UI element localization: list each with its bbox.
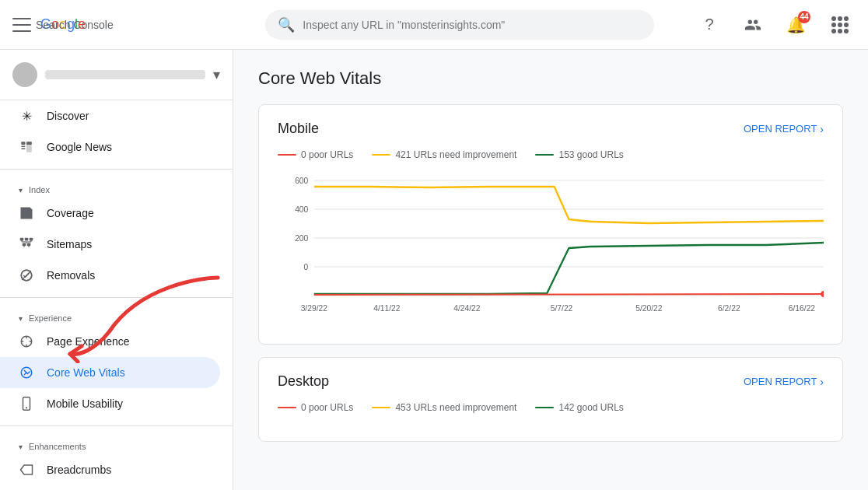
chevron-right-icon: › bbox=[820, 123, 824, 135]
account-settings-icon bbox=[744, 16, 761, 33]
mobile-chart-svg: 600 400 200 0 3/29/22 4/11/22 4/24/22 bbox=[278, 173, 824, 328]
desktop-legend-good: 142 good URLs bbox=[535, 402, 623, 413]
app-layout: ▾ ✳ Discover Google News Index Coverage bbox=[0, 0, 868, 490]
header-right: ? 🔔 44 bbox=[694, 9, 856, 40]
sidebar-item-google-news-label: Google News bbox=[47, 141, 112, 153]
desktop-poor-line-icon bbox=[278, 407, 296, 408]
sidebar-item-page-experience[interactable]: Page Experience bbox=[0, 326, 220, 357]
sidebar-item-google-news[interactable]: Google News bbox=[0, 131, 220, 163]
svg-rect-0 bbox=[21, 142, 25, 145]
search-input[interactable] bbox=[303, 19, 642, 31]
mobile-card: Mobile OPEN REPORT › 0 poor URLs 421 URL… bbox=[258, 104, 843, 345]
main-content: Core Web Vitals Mobile OPEN REPORT › 0 p… bbox=[233, 50, 868, 490]
user-section: ▾ bbox=[0, 50, 233, 100]
experience-section-label: Experience bbox=[0, 304, 233, 326]
notifications-button[interactable]: 🔔 44 bbox=[781, 9, 812, 40]
mobile-legend-poor: 0 poor URLs bbox=[278, 149, 353, 160]
sidebar-item-coverage-label: Coverage bbox=[47, 207, 94, 219]
coverage-icon bbox=[19, 205, 34, 221]
sidebar-item-coverage[interactable]: Coverage bbox=[0, 198, 220, 229]
divider-2 bbox=[0, 297, 233, 298]
good-line-icon bbox=[535, 154, 554, 156]
discover-icon: ✳ bbox=[19, 108, 34, 124]
svg-text:4/24/22: 4/24/22 bbox=[453, 303, 480, 313]
svg-marker-27 bbox=[21, 465, 33, 474]
app-name-suffix: Search Console bbox=[36, 19, 114, 31]
poor-line-icon bbox=[278, 154, 296, 156]
help-icon: ? bbox=[705, 16, 713, 33]
sidebar-item-removals[interactable]: Removals bbox=[0, 260, 220, 291]
mobile-legend-improvement: 421 URLs need improvement bbox=[372, 149, 516, 160]
svg-text:5/20/22: 5/20/22 bbox=[635, 303, 662, 313]
mobile-card-header: Mobile OPEN REPORT › bbox=[278, 121, 824, 137]
notification-count: 44 bbox=[798, 11, 810, 23]
improvement-line-icon bbox=[372, 154, 390, 156]
sidebar-item-sitemaps-label: Sitemaps bbox=[47, 238, 92, 250]
svg-text:200: 200 bbox=[295, 233, 308, 243]
user-menu-icon[interactable]: ▾ bbox=[213, 66, 220, 83]
desktop-good-line-icon bbox=[535, 407, 554, 408]
desktop-legend-improvement: 453 URLs need improvement bbox=[372, 402, 516, 413]
desktop-legend-poor: 0 poor URLs bbox=[278, 402, 353, 413]
svg-text:6/2/22: 6/2/22 bbox=[718, 303, 740, 313]
sitemaps-icon bbox=[19, 236, 34, 252]
mobile-card-title: Mobile bbox=[278, 121, 319, 137]
chevron-right-icon-2: › bbox=[820, 376, 824, 388]
account-settings-button[interactable] bbox=[737, 9, 768, 40]
enhancements-section-label: Enhancements bbox=[0, 432, 233, 454]
sidebar-item-breadcrumbs[interactable]: Breadcrumbs bbox=[0, 454, 220, 485]
svg-point-37 bbox=[821, 291, 824, 297]
svg-text:3/29/22: 3/29/22 bbox=[301, 303, 327, 313]
sidebar-item-sitemaps[interactable]: Sitemaps bbox=[0, 229, 220, 260]
avatar bbox=[12, 62, 37, 87]
desktop-legend: 0 poor URLs 453 URLs need improvement 14… bbox=[278, 402, 824, 413]
google-news-icon bbox=[19, 139, 34, 155]
help-button[interactable]: ? bbox=[694, 9, 725, 40]
svg-text:5/7/22: 5/7/22 bbox=[551, 303, 573, 313]
svg-text:600: 600 bbox=[295, 176, 308, 185]
apps-grid-icon bbox=[831, 16, 849, 33]
svg-text:400: 400 bbox=[295, 205, 308, 214]
removals-icon bbox=[19, 268, 34, 283]
search-icon: 🔍 bbox=[278, 16, 295, 33]
sidebar: ▾ ✳ Discover Google News Index Coverage bbox=[0, 50, 233, 490]
divider-1 bbox=[0, 169, 233, 170]
svg-text:6/16/22: 6/16/22 bbox=[789, 303, 815, 313]
svg-text:4/11/22: 4/11/22 bbox=[373, 303, 400, 313]
svg-rect-1 bbox=[21, 146, 25, 148]
sidebar-item-mobile-usability[interactable]: Mobile Usability bbox=[0, 388, 220, 419]
sidebar-item-removals-label: Removals bbox=[47, 269, 95, 282]
hamburger-menu[interactable] bbox=[12, 16, 31, 34]
sidebar-item-core-web-vitals[interactable]: Core Web Vitals bbox=[0, 357, 220, 388]
header-left: Google Search Console bbox=[12, 16, 246, 34]
mobile-usability-icon bbox=[19, 396, 34, 411]
svg-rect-4 bbox=[26, 142, 32, 145]
apps-button[interactable] bbox=[824, 9, 856, 40]
mobile-legend: 0 poor URLs 421 URLs need improvement 15… bbox=[278, 149, 824, 160]
mobile-chart: 600 400 200 0 3/29/22 4/11/22 4/24/22 bbox=[278, 173, 824, 328]
core-web-vitals-icon bbox=[19, 365, 34, 380]
sidebar-item-mobile-usability-label: Mobile Usability bbox=[47, 397, 123, 410]
mobile-open-report-button[interactable]: OPEN REPORT › bbox=[744, 123, 824, 135]
svg-rect-7 bbox=[25, 238, 29, 241]
app-header: Google Search Console 🔍 ? 🔔 44 bbox=[0, 0, 868, 50]
desktop-card: Desktop OPEN REPORT › 0 poor URLs 453 UR… bbox=[258, 357, 843, 442]
page-title: Core Web Vitals bbox=[258, 68, 843, 89]
desktop-card-header: Desktop OPEN REPORT › bbox=[278, 373, 824, 390]
sidebar-item-discover[interactable]: ✳ Discover bbox=[0, 100, 220, 131]
sidebar-item-breadcrumbs-label: Breadcrumbs bbox=[47, 464, 111, 476]
search-bar[interactable]: 🔍 bbox=[265, 10, 654, 40]
sidebar-item-core-web-vitals-label: Core Web Vitals bbox=[47, 366, 125, 379]
mobile-legend-good: 153 good URLs bbox=[535, 149, 623, 160]
desktop-improvement-line-icon bbox=[372, 407, 390, 408]
desktop-open-report-button[interactable]: OPEN REPORT › bbox=[744, 376, 824, 388]
user-email bbox=[45, 70, 205, 79]
desktop-card-title: Desktop bbox=[278, 373, 329, 390]
svg-text:0: 0 bbox=[304, 262, 309, 271]
sidebar-item-discover-label: Discover bbox=[47, 110, 89, 122]
breadcrumbs-icon bbox=[19, 462, 34, 478]
index-section-label: Index bbox=[0, 176, 233, 198]
svg-rect-2 bbox=[21, 149, 25, 150]
sidebar-item-page-experience-label: Page Experience bbox=[47, 335, 130, 348]
page-experience-icon bbox=[19, 334, 34, 349]
